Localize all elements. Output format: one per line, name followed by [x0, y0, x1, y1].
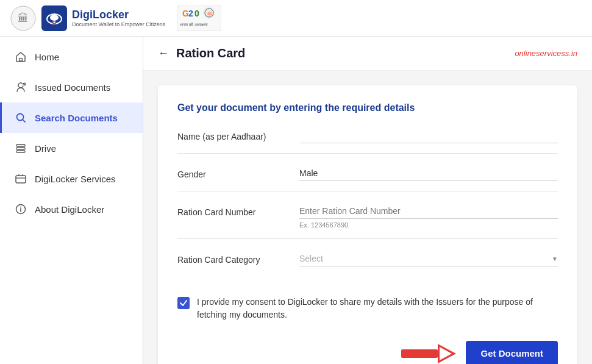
logo-block: 🏛 DigiLocker Document Wallet to Empower … [10, 5, 221, 32]
ration-number-input[interactable] [299, 204, 558, 219]
ration-number-hint: Ex. 1234567890 [299, 221, 558, 229]
brand-tagline: Document Wallet to Empower Citizens [72, 21, 165, 27]
issued-docs-icon [14, 80, 27, 94]
select-arrow-icon: ▼ [552, 255, 558, 262]
sidebar: Home Issued Documents Search Documen [0, 37, 143, 364]
sidebar-item-about-label: About DigiLocker [35, 204, 104, 215]
consent-checkbox[interactable] [177, 297, 190, 309]
svg-rect-15 [20, 59, 23, 61]
svg-text:🏛: 🏛 [18, 12, 29, 24]
svg-line-19 [23, 120, 25, 122]
svg-rect-22 [16, 151, 25, 152]
sidebar-item-digilocker-services[interactable]: DigiLocker Services [0, 163, 143, 194]
services-icon [14, 172, 27, 185]
arrow-indicator [401, 341, 456, 365]
home-icon [14, 50, 27, 63]
gender-label: Gender [177, 166, 299, 179]
sidebar-item-home[interactable]: Home [0, 41, 143, 72]
consent-text: I provide my consent to DigiLocker to sh… [197, 296, 558, 321]
back-button[interactable]: ← [158, 47, 169, 60]
svg-text:भारत की अध्यक्षता: भारत की अध्यक्षता [180, 23, 208, 27]
ration-category-field-wrapper: Select APL BPL AAY ▼ [299, 251, 558, 266]
consent-row: I provide my consent to DigiLocker to sh… [177, 288, 558, 329]
gender-field-wrapper [299, 166, 558, 181]
app-body: Home Issued Documents Search Documen [0, 37, 592, 364]
name-field-wrapper [299, 128, 558, 143]
watermark-text: onlineservicess.in [515, 49, 577, 58]
name-input[interactable] [299, 128, 558, 143]
svg-rect-21 [16, 148, 25, 149]
sidebar-item-home-label: Home [35, 52, 59, 62]
sidebar-item-drive[interactable]: Drive [0, 133, 143, 163]
form-row-gender: Gender [177, 166, 558, 191]
svg-text:2: 2 [188, 9, 193, 18]
sidebar-item-issued-label: Issued Documents [35, 82, 110, 93]
form-card: Get your document by entering the requir… [158, 85, 577, 364]
sidebar-item-services-label: DigiLocker Services [35, 174, 116, 184]
sidebar-item-issued-documents[interactable]: Issued Documents [0, 72, 143, 102]
logo-text: DigiLocker Document Wallet to Empower Ci… [72, 9, 165, 27]
page-header: ← Ration Card onlineservicess.in [143, 37, 592, 71]
about-icon [14, 202, 27, 216]
form-row-ration-category: Ration Card Category Select APL BPL AAY … [177, 251, 558, 276]
main-content: ← Ration Card onlineservicess.in Get you… [143, 37, 592, 364]
form-subtitle: Get your document by entering the requir… [177, 102, 558, 113]
search-icon [14, 111, 27, 124]
svg-rect-20 [16, 145, 25, 146]
svg-point-4 [50, 15, 59, 21]
svg-point-26 [20, 207, 21, 208]
page-header-left: ← Ration Card [158, 46, 245, 60]
get-document-button[interactable]: Get Document [466, 341, 558, 364]
name-label: Name (as per Aadhaar) [177, 128, 299, 141]
ration-category-select[interactable]: Select APL BPL AAY [299, 254, 549, 263]
sidebar-item-search-label: Search Documents [35, 113, 118, 123]
svg-rect-6 [54, 21, 55, 23]
ration-number-label: Ration Card Number [177, 204, 299, 217]
select-wrapper: Select APL BPL AAY ▼ [299, 251, 558, 266]
g20-badge: G 2 0 🪷 भारत की अध्यक्षता [177, 5, 221, 31]
svg-text:🪷: 🪷 [207, 10, 213, 16]
red-arrow-icon [401, 341, 456, 365]
page-title: Ration Card [176, 46, 245, 60]
sidebar-item-drive-label: Drive [35, 143, 56, 154]
svg-text:0: 0 [194, 9, 199, 18]
drive-icon [14, 141, 27, 155]
submit-row: Get Document [177, 341, 558, 364]
svg-rect-23 [16, 176, 26, 183]
sidebar-item-search-documents[interactable]: Search Documents [0, 102, 143, 133]
digilocker-cloud-icon [41, 5, 67, 31]
ration-category-label: Ration Card Category [177, 251, 299, 265]
gender-input[interactable] [299, 166, 558, 181]
form-row-name: Name (as per Aadhaar) [177, 128, 558, 154]
sidebar-item-about-digilocker[interactable]: About DigiLocker [0, 194, 143, 224]
app-header: 🏛 DigiLocker Document Wallet to Empower … [0, 0, 592, 37]
ration-number-field-wrapper: Ex. 1234567890 [299, 204, 558, 229]
brand-name: DigiLocker [72, 9, 129, 21]
form-row-ration-number: Ration Card Number Ex. 1234567890 [177, 204, 558, 239]
svg-rect-27 [401, 349, 438, 358]
emblem-icon: 🏛 [10, 5, 37, 32]
